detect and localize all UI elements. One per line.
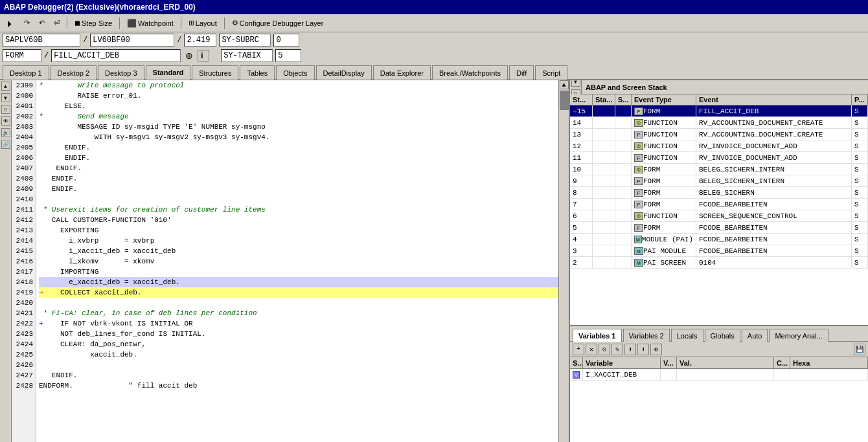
info-btn[interactable]: i <box>198 50 209 61</box>
code-line-2419[interactable]: ⇒ COLLECT xaccit_deb. <box>39 287 558 298</box>
vars-modify-btn[interactable]: ✎ <box>611 344 623 355</box>
scroll-up-btn[interactable]: ▲ <box>560 80 569 89</box>
code-line-2410[interactable] <box>39 194 558 204</box>
code-line-2425[interactable]: xaccit_deb. <box>39 349 558 360</box>
code-line-2427[interactable]: ENDIF. <box>39 370 558 381</box>
nav-btn-2[interactable]: ↷ <box>21 16 33 30</box>
sy-tabix-val-field[interactable] <box>275 49 301 62</box>
tab-script[interactable]: Script <box>535 65 567 80</box>
nav-btn-1[interactable]: ⏵ <box>3 16 18 30</box>
stack-row[interactable]: 14© FUNCTIONRV_ACCOUNTING_DOCUMENT_CREAT… <box>570 117 868 129</box>
vars-delete-btn[interactable]: ✕ <box>586 344 597 355</box>
tab-standard[interactable]: Standard <box>146 65 191 80</box>
code-line-2401[interactable]: ELSE. <box>39 101 558 111</box>
stack-down-btn[interactable]: ▼ <box>571 80 580 87</box>
bottom-tab-variables2[interactable]: Variables 2 <box>623 329 670 342</box>
bottom-tab-variables1[interactable]: Variables 1 <box>573 329 622 342</box>
code-line-2408[interactable]: ENDIF. <box>39 173 558 184</box>
sy-subrc-val-field[interactable] <box>273 34 299 47</box>
vars-save-btn[interactable]: 💾 <box>854 344 865 355</box>
expand-btn[interactable]: ⊕ <box>183 49 195 63</box>
stack-row[interactable]: 8F FORMBELEG_SICHERNS <box>570 187 868 199</box>
code-line-2424[interactable]: CLEAR: da_pos_netwr, <box>39 339 558 349</box>
tab-objects[interactable]: Objects <box>276 65 314 80</box>
tab-detail-display[interactable]: DetailDisplay <box>316 65 372 80</box>
stack-row[interactable]: 7F FORMFCODE_BEARBEITENS <box>570 199 868 210</box>
code-line-2405[interactable]: ENDIF. <box>39 142 558 153</box>
nav-btn-3[interactable]: ↶ <box>36 16 48 30</box>
vars-up-btn[interactable]: ⬆ <box>624 344 636 355</box>
stack-row[interactable]: 12© FUNCTIONRV_INVOICE_DOCUMENT_ADDS <box>570 140 868 152</box>
code-line-2406[interactable]: ENDIF. <box>39 153 558 163</box>
code-line-2421[interactable]: * FI-CA: clear, in case of deb lines per… <box>39 308 558 318</box>
configure-btn[interactable]: ⚙ Configure Debugger Layer <box>229 16 327 30</box>
stack-row[interactable]: 9F FORMBELEG_SICHERN_INTERNS <box>570 175 868 187</box>
form-name-field[interactable] <box>51 49 181 62</box>
stack-row[interactable]: 5F FORMFCODE_BEARBEITENS <box>570 222 868 234</box>
code-scrollbar[interactable]: ▲ ▼ <box>558 80 569 442</box>
line-field[interactable] <box>184 34 216 47</box>
code-sound-btn[interactable]: 🔊 <box>1 128 10 137</box>
stack-row[interactable]: 2M PAI SCREEN0104S <box>570 257 868 269</box>
stack-row[interactable]: 11F FUNCTIONRV_INVOICE_DOCUMENT_ADDS <box>570 152 868 164</box>
stack-row[interactable]: 10© FORMBELEG_SICHERN_INTERNS <box>570 164 868 175</box>
type-field[interactable] <box>3 49 41 62</box>
tab-break-watchpoints[interactable]: Break./Watchpoints <box>432 65 508 80</box>
tab-diff[interactable]: Diff <box>509 65 534 80</box>
expand-icon[interactable]: + <box>39 320 47 327</box>
bottom-tab-locals[interactable]: Locals <box>671 329 703 342</box>
step-size-btn[interactable]: ◼ Step Size <box>71 16 115 30</box>
stack-row[interactable]: ⇒ 15F FORMFILL_ACCIT_DEBS <box>570 105 868 117</box>
code-down-btn[interactable]: ▼ <box>1 93 10 102</box>
scroll-thumb[interactable] <box>560 91 569 110</box>
tab-structures[interactable]: Structures <box>192 65 238 80</box>
code-line-2407[interactable]: ENDIF. <box>39 163 558 173</box>
code-line-2409[interactable]: ENDIF. <box>39 184 558 194</box>
code-line-2420[interactable] <box>39 298 558 308</box>
watchpoint-btn[interactable]: ⬛ Watchpoint <box>124 16 177 30</box>
code-line-2417[interactable]: IMPORTING <box>39 267 558 277</box>
bottom-tab-globals[interactable]: Globals <box>705 329 740 342</box>
code-line-2413[interactable]: EXPORTING <box>39 225 558 236</box>
code-line-2400[interactable]: RAISE error_01. <box>39 91 558 101</box>
stack-row[interactable]: 13F FUNCTIONRV_ACCOUNTING_DOCUMENT_CREAT… <box>570 129 868 140</box>
code-link-btn[interactable]: 🔗 <box>1 140 10 149</box>
code-line-2415[interactable]: i_xaccit_deb = xaccit_deb <box>39 246 558 256</box>
bottom-tab-auto[interactable]: Auto <box>742 329 768 342</box>
code-line-2416[interactable]: i_xkomv = xkomv <box>39 256 558 267</box>
layout-btn[interactable]: ⊞ Layout <box>185 16 220 30</box>
tab-desktop3[interactable]: Desktop 3 <box>98 65 144 80</box>
program-field[interactable] <box>3 34 80 47</box>
vars-copy-btn[interactable]: ⊙ <box>599 344 610 355</box>
code-line-2411[interactable]: * Userexit items for creation of custome… <box>39 204 558 215</box>
code-line-2423[interactable]: NOT deb_lines_for_cond IS INITIAL. <box>39 329 558 339</box>
code-line-2422[interactable]: + IF NOT vbrk-vkont IS INITIAL OR <box>39 318 558 329</box>
stack-row[interactable]: 6© FUNCTIONSCREEN_SEQUENCE_CONTROLS <box>570 210 868 222</box>
code-line-2402[interactable]: * Send message <box>39 111 558 122</box>
tab-desktop1[interactable]: Desktop 1 <box>3 65 49 80</box>
code-line-2426[interactable] <box>39 360 558 370</box>
code-up-btn[interactable]: ▲ <box>1 82 10 91</box>
tab-desktop2[interactable]: Desktop 2 <box>51 65 97 80</box>
vars-add-btn[interactable]: + <box>573 344 584 355</box>
code-content[interactable]: * Write message to protocol RAISE error_… <box>36 80 558 442</box>
code-line-2412[interactable]: CALL CUSTOMER-FUNCTION '010' <box>39 215 558 225</box>
tab-tables[interactable]: Tables <box>240 65 275 80</box>
code-line-2428[interactable]: ENDFORM. " fill accit deb <box>39 381 558 391</box>
code-line-2418[interactable]: e_xaccit_deb = xaccit_deb. <box>39 277 558 287</box>
stack-row[interactable]: 4M MODULE (PAI)FCODE_BEARBEITENS <box>570 234 868 245</box>
stack-row[interactable]: 3M PAI MODULEFCODE_BEARBEITENS <box>570 245 868 257</box>
include-field[interactable] <box>90 34 174 47</box>
code-maximize-btn[interactable]: □ <box>1 105 10 114</box>
code-eye-btn[interactable]: 👁 <box>1 116 10 126</box>
code-line-2399[interactable]: * Write message to protocol <box>39 80 558 91</box>
nav-btn-4[interactable]: ⏎ <box>51 16 63 30</box>
vars-row[interactable]: VI_XACCIT_DEB <box>570 369 868 381</box>
code-line-2414[interactable]: i_xvbrp = xvbrp <box>39 236 558 246</box>
code-line-2403[interactable]: MESSAGE ID sy-msgid TYPE 'E' NUMBER sy-m… <box>39 122 558 132</box>
tab-data-explorer[interactable]: Data Explorer <box>373 65 431 80</box>
vars-down-btn[interactable]: ⬇ <box>637 344 649 355</box>
bottom-tab-memory-anal[interactable]: Memory Anal... <box>769 329 828 342</box>
vars-extra-btn[interactable]: ⊕ <box>650 344 662 355</box>
code-line-2404[interactable]: WITH sy-msgv1 sy-msgv2 sy-msgv3 sy-msgv4… <box>39 132 558 142</box>
